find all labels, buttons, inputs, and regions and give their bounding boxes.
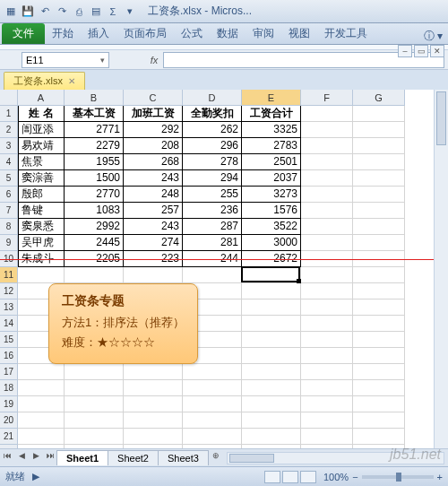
cell-A6[interactable]: 殷郎 <box>18 187 65 203</box>
row-header-5[interactable]: 5 <box>0 170 18 187</box>
cell-B19[interactable] <box>65 396 124 412</box>
cell-B8[interactable]: 2992 <box>65 219 124 235</box>
cell-E4[interactable]: 2501 <box>242 154 301 170</box>
row-header-14[interactable]: 14 <box>0 316 18 332</box>
cell-A11[interactable] <box>18 267 65 283</box>
row-header-6[interactable]: 6 <box>0 187 18 203</box>
cell-B7[interactable]: 1083 <box>65 203 124 219</box>
cell-E16[interactable] <box>242 348 301 364</box>
cell-G13[interactable] <box>353 299 405 316</box>
cell-D8[interactable]: 287 <box>183 219 242 235</box>
new-sheet-icon[interactable]: ⊕ <box>209 451 223 465</box>
vertical-scrollbar[interactable] <box>434 90 448 448</box>
cell-D19[interactable] <box>183 396 242 412</box>
name-box[interactable]: E11 ▾ <box>22 52 109 68</box>
cell-A4[interactable]: 焦景 <box>18 154 65 170</box>
cell-F14[interactable] <box>301 316 353 332</box>
view-pagelayout[interactable] <box>282 471 298 483</box>
cell-A3[interactable]: 易欢靖 <box>18 138 65 154</box>
tab-review[interactable]: 审阅 <box>246 23 281 44</box>
cell-F15[interactable] <box>301 332 353 348</box>
tab-insert[interactable]: 插入 <box>81 23 116 44</box>
redo-icon[interactable]: ↷ <box>55 4 69 19</box>
cell-B21[interactable] <box>65 429 124 445</box>
cell-G17[interactable] <box>353 364 405 380</box>
cell-A17[interactable] <box>18 364 65 380</box>
cell-E15[interactable] <box>242 332 301 348</box>
cell-E2[interactable]: 3325 <box>242 122 301 138</box>
cell-A2[interactable]: 訚亚添 <box>18 122 65 138</box>
cell-D11[interactable] <box>183 267 242 283</box>
cell-G5[interactable] <box>353 170 405 187</box>
callout-note[interactable]: 工资条专题 方法1：排序法（推荐） 难度：★☆☆☆☆ <box>48 283 198 364</box>
cell-G3[interactable] <box>353 138 405 154</box>
cell-A7[interactable]: 鲁键 <box>18 203 65 219</box>
cell-E5[interactable]: 2037 <box>242 170 301 187</box>
cell-C19[interactable] <box>124 396 183 412</box>
zoom-slider[interactable] <box>362 475 434 479</box>
cell-E20[interactable] <box>242 412 301 429</box>
cell-E3[interactable]: 2783 <box>242 138 301 154</box>
zoom-thumb[interactable] <box>396 473 401 482</box>
row-header-17[interactable]: 17 <box>0 364 18 380</box>
restore-icon[interactable]: ▭ <box>414 45 428 57</box>
cell-E11[interactable] <box>242 267 301 283</box>
cell-D6[interactable]: 255 <box>183 187 242 203</box>
cell-B1[interactable]: 基本工资 <box>65 106 124 122</box>
row-header-2[interactable]: 2 <box>0 122 18 138</box>
column-header-D[interactable]: D <box>183 90 242 106</box>
cell-E6[interactable]: 3273 <box>242 187 301 203</box>
sheet-nav-next[interactable]: ▶ <box>29 451 43 465</box>
cell-G21[interactable] <box>353 429 405 445</box>
cell-E19[interactable] <box>242 396 301 412</box>
cell-G12[interactable] <box>353 283 405 299</box>
cell-F8[interactable] <box>301 219 353 235</box>
cell-D20[interactable] <box>183 412 242 429</box>
select-all-corner[interactable] <box>0 90 18 106</box>
column-headers[interactable]: ABCDEFG <box>18 90 405 106</box>
tab-formulas[interactable]: 公式 <box>174 23 210 44</box>
file-tab[interactable]: 文件 <box>2 23 45 44</box>
cell-B5[interactable]: 1500 <box>65 170 124 187</box>
cell-D4[interactable]: 278 <box>183 154 242 170</box>
zoom-out-icon[interactable]: − <box>352 472 358 482</box>
zoom-control[interactable]: 100% − + <box>323 472 443 482</box>
row-headers[interactable]: 1234567891011121314151617181920212223 <box>0 106 18 477</box>
column-header-F[interactable]: F <box>301 90 353 106</box>
cell-G16[interactable] <box>353 348 405 364</box>
cell-B20[interactable] <box>65 412 124 429</box>
cell-C8[interactable]: 243 <box>124 219 183 235</box>
cell-A21[interactable] <box>18 429 65 445</box>
cell-D3[interactable]: 296 <box>183 138 242 154</box>
cell-D2[interactable]: 262 <box>183 122 242 138</box>
cell-F1[interactable] <box>301 106 353 122</box>
cell-C1[interactable]: 加班工资 <box>124 106 183 122</box>
minimize-icon[interactable]: – <box>398 45 412 57</box>
cell-B3[interactable]: 2279 <box>65 138 124 154</box>
cell-F18[interactable] <box>301 380 353 396</box>
sheet-nav-prev[interactable]: ◀ <box>14 451 29 465</box>
row-header-18[interactable]: 18 <box>0 380 18 396</box>
cell-B4[interactable]: 1955 <box>65 154 124 170</box>
cell-F20[interactable] <box>301 412 353 429</box>
column-header-G[interactable]: G <box>353 90 405 106</box>
cell-A19[interactable] <box>18 396 65 412</box>
row-header-20[interactable]: 20 <box>0 412 18 429</box>
tab-pagelayout[interactable]: 页面布局 <box>116 23 174 44</box>
cell-G8[interactable] <box>353 219 405 235</box>
cell-G11[interactable] <box>353 267 405 283</box>
cell-E1[interactable]: 工资合计 <box>242 106 301 122</box>
close-icon[interactable]: ✕ <box>68 76 75 86</box>
cell-B11[interactable] <box>65 267 124 283</box>
cell-D21[interactable] <box>183 429 242 445</box>
grid-icon[interactable]: ▤ <box>89 4 103 19</box>
column-header-A[interactable]: A <box>18 90 65 106</box>
workbook-tab[interactable]: 工资条.xlsx ✕ <box>4 72 85 90</box>
view-normal[interactable] <box>264 471 280 483</box>
save-icon[interactable]: 💾 <box>21 4 35 19</box>
cell-E7[interactable]: 1576 <box>242 203 301 219</box>
column-header-B[interactable]: B <box>65 90 124 106</box>
row-header-7[interactable]: 7 <box>0 203 18 219</box>
cell-G4[interactable] <box>353 154 405 170</box>
cell-E13[interactable] <box>242 299 301 316</box>
